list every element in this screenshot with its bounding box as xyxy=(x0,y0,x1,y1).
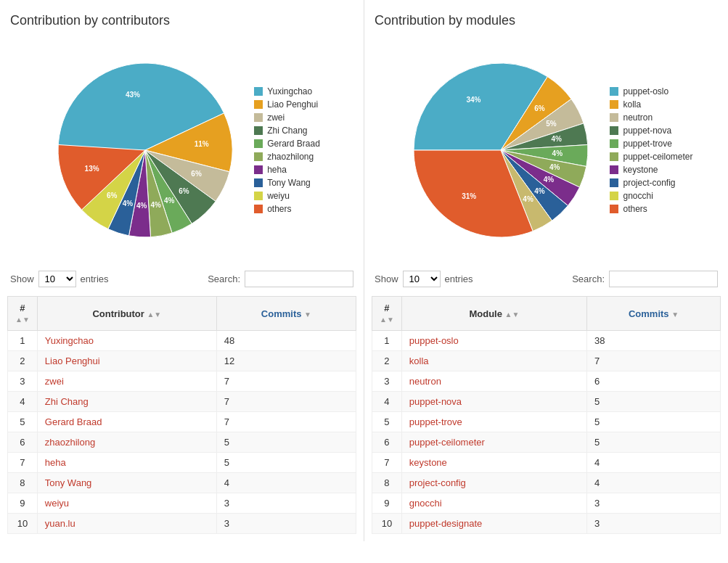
legend-color-box xyxy=(254,192,263,200)
cell-commits: 7 xyxy=(216,412,356,432)
legend-color-box xyxy=(610,192,618,200)
legend-label: heha xyxy=(267,165,287,175)
cell-name: heha xyxy=(37,453,216,473)
legend-label: puppet-oslo xyxy=(623,86,668,96)
name-link[interactable]: puppet-nova xyxy=(409,396,462,407)
left-entries-label: entries xyxy=(81,274,109,284)
table-row: 7heha5 xyxy=(8,453,356,473)
legend-label: Zhi Chang xyxy=(267,126,307,136)
legend-item: Liao Penghui xyxy=(254,99,320,110)
col-commits-m[interactable]: Commits ▼ xyxy=(587,297,721,331)
name-link[interactable]: puppet-ceilometer xyxy=(409,437,485,448)
col-rank-m[interactable]: # ▲▼ xyxy=(372,297,402,331)
modules-table: # ▲▼ Module ▲▼ Commits ▼ 1puppet-oslo382… xyxy=(372,296,721,534)
cell-rank: 2 xyxy=(8,351,38,371)
name-link[interactable]: neutron xyxy=(409,376,441,387)
table-row: 5Gerard Braad7 xyxy=(8,412,356,432)
cell-name: gnocchi xyxy=(401,493,586,514)
cell-rank: 1 xyxy=(8,331,38,351)
cell-name: puppet-trove xyxy=(401,412,586,432)
name-link[interactable]: weiyu xyxy=(45,498,69,509)
right-entries-select[interactable]: 10 25 50 100 xyxy=(403,271,441,287)
name-link[interactable]: gnocchi xyxy=(409,498,442,509)
cell-rank: 6 xyxy=(8,432,38,453)
legend-label: kolla xyxy=(623,99,641,110)
contributors-pie-chart: 43%11%6%6%4%4%4%4%6%13% xyxy=(44,49,247,252)
name-link[interactable]: Zhi Chang xyxy=(45,396,89,407)
cell-rank: 7 xyxy=(8,453,38,473)
legend-label: Tony Wang xyxy=(267,178,311,188)
col-contributor[interactable]: Contributor ▲▼ xyxy=(37,297,216,331)
legend-label: puppet-nova xyxy=(623,126,671,136)
name-link[interactable]: puppet-trove xyxy=(409,416,462,427)
legend-color-box xyxy=(610,205,618,213)
right-show-label: Show xyxy=(375,274,398,284)
name-link[interactable]: puppet-oslo xyxy=(409,335,459,346)
right-search-area: Search: xyxy=(572,271,718,287)
table-row: 9weiyu3 xyxy=(8,493,356,514)
left-search-input[interactable] xyxy=(245,271,353,287)
cell-commits: 5 xyxy=(587,432,721,453)
legend-item: kolla xyxy=(610,99,692,110)
svg-text:4%: 4% xyxy=(552,135,563,143)
svg-text:5%: 5% xyxy=(547,120,557,128)
legend-color-box xyxy=(610,113,618,122)
legend-label: zwei xyxy=(267,112,285,123)
name-link[interactable]: zwei xyxy=(45,376,64,387)
svg-text:6%: 6% xyxy=(179,187,189,195)
cell-name: Liao Penghui xyxy=(37,351,216,371)
cell-rank: 10 xyxy=(8,514,38,534)
name-link[interactable]: Gerard Braad xyxy=(45,416,102,427)
cell-rank: 4 xyxy=(372,392,402,412)
cell-rank: 1 xyxy=(372,331,402,351)
svg-text:6%: 6% xyxy=(107,192,118,200)
cell-name: Tony Wang xyxy=(37,473,216,493)
table-row: 4puppet-nova5 xyxy=(372,392,721,412)
name-link[interactable]: Liao Penghui xyxy=(45,356,100,366)
cell-commits: 3 xyxy=(216,493,356,514)
left-show-entries: Show 10 25 50 100 entries xyxy=(10,271,109,287)
cell-rank: 10 xyxy=(372,514,402,534)
legend-color-box xyxy=(254,152,263,161)
name-link[interactable]: project-config xyxy=(409,477,466,488)
legend-color-box xyxy=(610,178,618,187)
cell-name: zhaozhilong xyxy=(37,432,216,453)
legend-item: neutron xyxy=(610,112,692,123)
legend-color-box xyxy=(254,205,263,213)
legend-color-box xyxy=(254,87,263,96)
right-panel: Contribution by modules 34%6%5%4%4%4%4%4… xyxy=(364,0,728,541)
left-entries-select[interactable]: 10 25 50 100 xyxy=(38,271,76,287)
name-link[interactable]: heha xyxy=(45,457,66,468)
legend-item: puppet-nova xyxy=(610,126,692,136)
table-row: 10yuan.lu3 xyxy=(8,514,356,534)
name-link[interactable]: Yuxingchao xyxy=(45,335,94,346)
left-search-label: Search: xyxy=(208,274,240,284)
legend-item: gnocchi xyxy=(610,191,692,201)
col-module[interactable]: Module ▲▼ xyxy=(401,297,586,331)
left-panel-title: Contribution by contributors xyxy=(7,7,356,34)
name-link[interactable]: puppet-designate xyxy=(409,518,482,529)
svg-text:4%: 4% xyxy=(549,163,560,171)
name-link[interactable]: Tony Wang xyxy=(45,477,92,488)
cell-name: Yuxingchao xyxy=(37,331,216,351)
cell-name: zwei xyxy=(37,371,216,392)
cell-commits: 5 xyxy=(587,412,721,432)
name-link[interactable]: yuan.lu xyxy=(45,518,75,529)
name-link[interactable]: zhaozhilong xyxy=(45,437,95,448)
cell-commits: 3 xyxy=(216,514,356,534)
svg-text:4%: 4% xyxy=(151,201,162,209)
cell-commits: 5 xyxy=(587,392,721,412)
legend-item: puppet-trove xyxy=(610,139,692,149)
col-rank[interactable]: # ▲▼ xyxy=(8,297,38,331)
col-commits[interactable]: Commits ▼ xyxy=(216,297,356,331)
legend-label: keystone xyxy=(623,165,658,175)
cell-name: Gerard Braad xyxy=(37,412,216,432)
legend-color-box xyxy=(254,113,263,122)
right-search-input[interactable] xyxy=(609,271,718,287)
legend-color-box xyxy=(610,139,618,148)
cell-rank: 6 xyxy=(372,432,402,453)
svg-text:6%: 6% xyxy=(191,170,202,178)
name-link[interactable]: kolla xyxy=(409,356,429,366)
cell-rank: 3 xyxy=(8,371,38,392)
name-link[interactable]: keystone xyxy=(409,457,447,468)
